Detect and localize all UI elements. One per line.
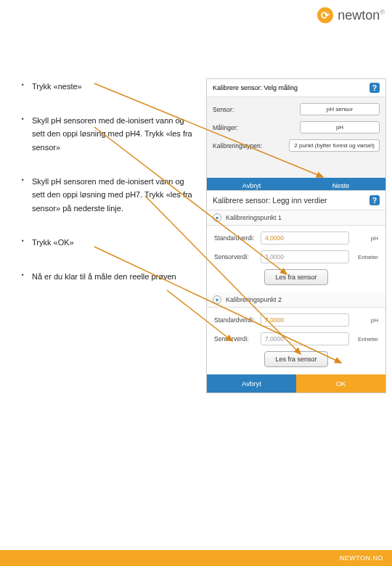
unit-enh: Enheter	[354, 336, 378, 343]
sensor-select[interactable]: pH sensor	[300, 103, 380, 115]
cancel-button[interactable]: Avbryt	[207, 374, 296, 393]
bullet-item: Trykk «neste»	[22, 80, 196, 94]
unit-enh: Enheter	[354, 254, 378, 261]
sensor-label: Sensorverdi:	[214, 335, 256, 343]
dialog-enter-values: Kalibrere sensor: Legg inn verdier ? ▾ K…	[206, 190, 386, 393]
section-point2-header[interactable]: ▾ Kalibreringspunkt 2	[207, 292, 385, 308]
read-from-sensor-button-1[interactable]: Les fra sensor	[264, 269, 327, 285]
brand-logo: ⟳ newton®	[317, 7, 385, 23]
help-icon[interactable]: ?	[369, 83, 380, 93]
footer-url: NEWTON.NO	[340, 554, 383, 562]
brand-name: newton®	[338, 8, 385, 23]
sensor-value-2[interactable]: 7,0000	[261, 332, 349, 345]
unit-ph: pH	[354, 317, 378, 324]
page-footer: NEWTON.NO	[0, 550, 392, 566]
std-label: Standardverdi:	[214, 234, 256, 242]
newton-swirl-icon: ⟳	[317, 7, 333, 23]
instruction-list: Trykk «neste» Skyll pH sensoren med de-i…	[22, 80, 196, 303]
dialog-select-measurement: Kalibrere sensor: Velg måling ? Sensor: …	[206, 78, 386, 194]
bullet-item: Skyll pH sensoren med de-ionisert vann o…	[22, 175, 196, 216]
help-icon[interactable]: ?	[369, 195, 380, 205]
std-value-1[interactable]: 4,0000	[261, 231, 349, 245]
row-label: Sensor:	[213, 106, 234, 113]
unit-ph: pH	[354, 235, 378, 242]
bullet-item: Trykk «OK»	[22, 236, 196, 250]
section-point1-header[interactable]: ▾ Kalibreringspunkt 1	[207, 210, 385, 226]
chevron-down-icon: ▾	[213, 213, 221, 222]
bullet-item: Nå er du klar til å måle den reelle prøv…	[22, 270, 196, 284]
row-label: Målinger:	[213, 124, 238, 131]
dialog1-title: Kalibrere sensor: Velg måling	[213, 84, 298, 91]
dialog2-title: Kalibrere sensor: Legg inn verdier	[213, 196, 327, 205]
measurement-select[interactable]: pH	[300, 121, 380, 134]
sensor-value-1[interactable]: 3,0000	[261, 250, 349, 263]
sensor-label: Sensorverdi:	[214, 253, 256, 261]
ok-button[interactable]: OK	[296, 374, 385, 393]
read-from-sensor-button-2[interactable]: Les fra sensor	[264, 351, 327, 367]
chevron-down-icon: ▾	[213, 295, 221, 304]
row-label: Kalibreringstypen:	[213, 142, 262, 149]
std-value-2[interactable]: 7,0000	[261, 313, 349, 327]
bullet-item: Skyll pH sensoren med de-ionisert vann o…	[22, 114, 196, 155]
std-label: Standardverdi:	[214, 316, 256, 324]
calibration-type-select[interactable]: 2 punkt (bytter forest og varsel)	[289, 139, 380, 152]
